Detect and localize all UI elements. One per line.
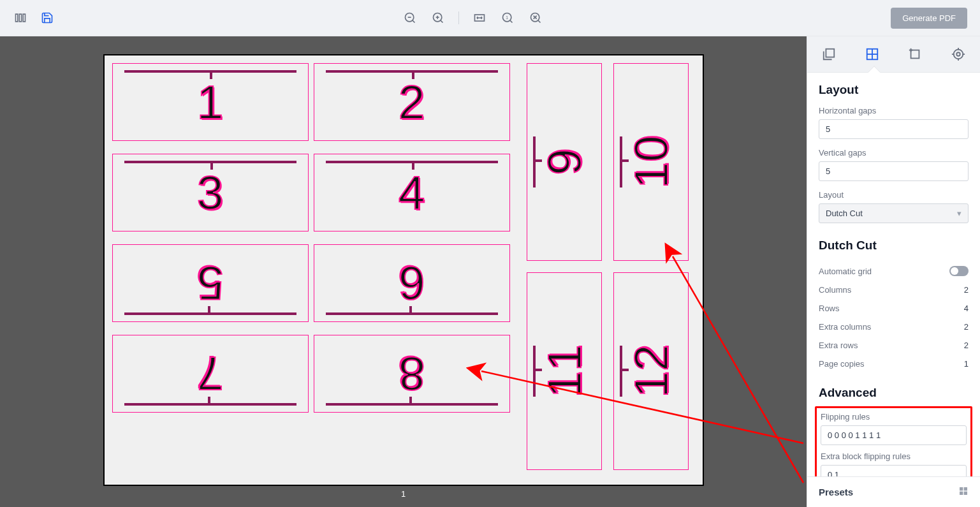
cell-number: 8 — [399, 346, 425, 401]
cell-number: 7 — [197, 346, 224, 401]
cell-3: 3 — [112, 154, 309, 231]
cell-number: 1 — [197, 75, 224, 129]
svg-point-25 — [956, 52, 960, 56]
trim-mark — [533, 346, 536, 397]
generate-pdf-button[interactable]: Generate PDF — [891, 8, 967, 29]
imposition-page: 1 2 3 4 — [103, 54, 704, 486]
cell-8: 8 — [314, 335, 510, 413]
columns-label: Columns — [819, 285, 851, 295]
cell-9: 9 — [527, 63, 602, 261]
topbar: 1 Generate PDF — [0, 0, 980, 36]
page-number: 1 — [401, 489, 406, 499]
tab-layout-icon[interactable] — [865, 47, 880, 62]
hgaps-input[interactable] — [819, 119, 969, 139]
vgaps-label: Vertical gaps — [819, 148, 969, 158]
flip-rules-input[interactable] — [821, 425, 967, 445]
layout-type-label: Layout — [819, 190, 969, 200]
fit-width-icon[interactable] — [472, 10, 487, 26]
rows-label: Rows — [819, 304, 840, 313]
extra-rows-label: Extra rows — [819, 341, 858, 350]
columns-icon[interactable] — [13, 10, 28, 26]
zoom-fit-icon[interactable] — [528, 10, 543, 26]
cell-1: 1 — [112, 63, 309, 141]
trim-mark — [533, 136, 536, 187]
flip-rules-label: Flipping rules — [821, 412, 967, 422]
save-icon[interactable] — [40, 10, 55, 26]
layout-select[interactable]: Dutch Cut ▾ — [819, 203, 969, 223]
tab-target-icon[interactable] — [951, 47, 966, 62]
separator — [458, 11, 459, 24]
presets-row[interactable]: Presets — [807, 476, 980, 507]
extra-rows-value: 2 — [964, 341, 969, 350]
cell-number: 4 — [399, 165, 425, 220]
svg-rect-30 — [960, 487, 963, 490]
copies-value: 1 — [964, 359, 969, 369]
cell-11: 11 — [527, 272, 602, 470]
cell-4: 4 — [314, 154, 510, 231]
cell-number: 6 — [399, 256, 425, 311]
chevron-down-icon: ▾ — [957, 209, 962, 218]
svg-point-24 — [954, 50, 963, 59]
rows-value: 4 — [964, 304, 969, 313]
cell-12: 12 — [613, 272, 689, 470]
extra-cols-label: Extra columns — [819, 322, 871, 332]
tab-marks-icon[interactable] — [907, 47, 923, 62]
extra-flip-label: Extra block flipping rules — [821, 452, 967, 461]
svg-line-1 — [413, 20, 415, 23]
auto-grid-toggle[interactable] — [949, 266, 969, 276]
right-panel: Layout Horizontal gaps Vertical gaps Lay… — [807, 36, 980, 507]
auto-grid-label: Automatic grid — [819, 267, 872, 276]
zoom-in-icon[interactable] — [430, 10, 446, 26]
svg-rect-21 — [911, 50, 919, 59]
layout-select-value: Dutch Cut — [826, 209, 863, 218]
trim-mark — [620, 346, 622, 397]
presets-label: Presets — [819, 487, 853, 497]
svg-line-4 — [441, 20, 443, 23]
cell-number: 12 — [624, 344, 678, 397]
vgaps-input[interactable] — [819, 161, 969, 181]
layout-section-title: Layout — [819, 83, 969, 97]
zoom-actual-icon[interactable]: 1 — [500, 10, 515, 26]
copies-label: Page copies — [819, 359, 865, 369]
svg-rect-33 — [964, 492, 967, 495]
svg-text:1: 1 — [506, 15, 508, 20]
svg-line-12 — [538, 20, 541, 23]
advanced-section-title: Advanced — [819, 386, 969, 400]
canvas-area[interactable]: 1 2 3 4 — [0, 36, 807, 507]
presets-grid-icon[interactable] — [958, 486, 969, 498]
zoom-out-icon[interactable] — [402, 10, 418, 26]
cell-number: 5 — [197, 256, 224, 311]
svg-rect-17 — [826, 49, 834, 57]
advanced-highlight: Flipping rules Extra block flipping rule… — [815, 406, 972, 476]
extra-cols-value: 2 — [964, 322, 969, 332]
svg-line-9 — [510, 20, 513, 23]
cell-number: 3 — [197, 165, 224, 220]
cell-2: 2 — [314, 63, 510, 141]
cell-5: 5 — [112, 244, 309, 322]
extra-flip-input[interactable] — [821, 465, 967, 476]
columns-value: 2 — [964, 285, 969, 295]
cell-7: 7 — [112, 335, 309, 413]
svg-rect-31 — [964, 487, 967, 490]
cell-6: 6 — [314, 244, 510, 322]
trim-mark — [620, 136, 622, 187]
svg-rect-32 — [960, 492, 963, 495]
cell-number: 11 — [537, 344, 592, 397]
cell-number: 10 — [624, 135, 678, 188]
tab-pages-icon[interactable] — [821, 47, 837, 62]
cell-10: 10 — [613, 63, 689, 261]
cell-number: 9 — [537, 149, 592, 175]
panel-tabs — [807, 36, 980, 73]
cell-number: 2 — [399, 75, 425, 129]
dutch-section-title: Dutch Cut — [819, 239, 969, 253]
hgaps-label: Horizontal gaps — [819, 106, 969, 115]
